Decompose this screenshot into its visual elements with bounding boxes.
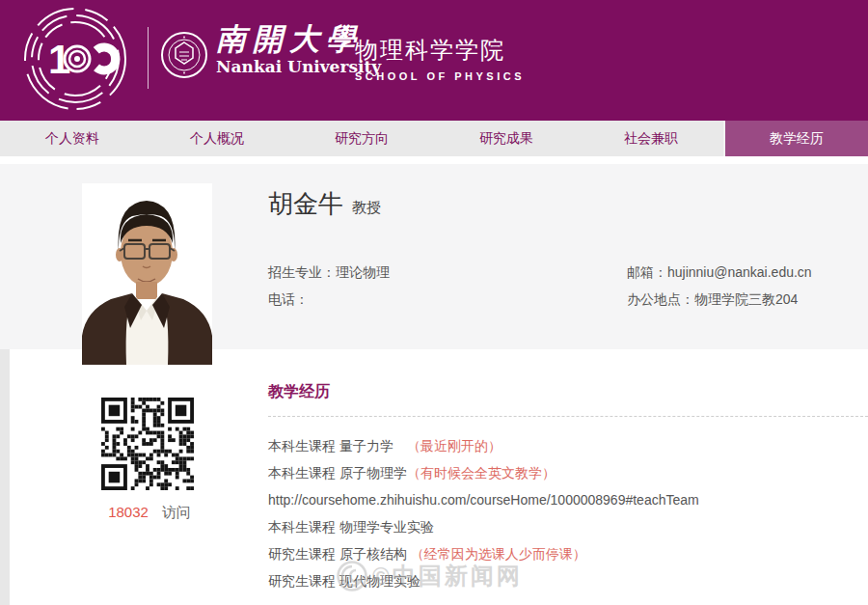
field-value: hujinniu@nankai.edu.cn xyxy=(667,264,812,280)
field-label: 电话： xyxy=(268,291,309,307)
course-list: 本科生课程 量子力学 （最近刚开的） 本科生课程 原子物理学（有时候会全英文教学… xyxy=(268,432,868,594)
course-text: http://coursehome.zhihuishu.com/courseHo… xyxy=(268,492,699,508)
page-header: 1 南開大學 Nankai University 物理科学学院 SCHOOL O… xyxy=(0,0,868,121)
field-admission-major: 招生专业：理论物理 xyxy=(268,259,390,286)
field-label: 邮箱： xyxy=(627,264,667,280)
course-item: 研究生课程 原子核结构 （经常因为选课人少而停课） xyxy=(268,540,868,567)
course-note: （有时候会全英文教学） xyxy=(407,465,556,481)
content-background: 18032访问 教学经历 本科生课程 量子力学 （最近刚开的） 本科生课程 原子… xyxy=(0,349,868,605)
profile-nav-tabs: 个人资料 个人概况 研究方向 研究成果 社会兼职 教学经历 xyxy=(0,121,868,156)
svg-text:1: 1 xyxy=(48,37,70,82)
school-name-english: SCHOOL OF PHYSICS xyxy=(355,70,525,82)
professor-name: 胡金牛 xyxy=(268,189,343,218)
course-text: 研究生课程 现代物理实验 xyxy=(268,573,420,589)
tab-research-results[interactable]: 研究成果 xyxy=(434,121,579,156)
profile-fields-right: 邮箱：hujinniu@nankai.edu.cn 办公地点：物理学院三教204 xyxy=(627,259,812,313)
visit-count-label: 访问 xyxy=(162,504,191,520)
field-office: 办公地点：物理学院三教204 xyxy=(627,286,812,313)
nankai-university-seal-icon xyxy=(160,31,208,83)
professor-title: 教授 xyxy=(352,199,381,215)
course-item: 本科生课程 物理学专业实验 xyxy=(268,513,868,540)
tab-personal-overview[interactable]: 个人概况 xyxy=(145,121,289,156)
professor-name-row: 胡金牛教授 xyxy=(268,187,381,221)
profile-summary-section: 胡金牛教授 招生专业：理论物理 电话： 邮箱：hujinniu@nankai.e… xyxy=(0,164,868,349)
visit-count-value: 18032 xyxy=(108,504,149,520)
field-value: 物理学院三教204 xyxy=(694,291,798,307)
header-divider xyxy=(148,27,149,89)
course-note: （最近刚开的） xyxy=(407,438,502,454)
course-item: 本科生课程 量子力学 （最近刚开的） xyxy=(268,432,868,459)
tab-social-positions[interactable]: 社会兼职 xyxy=(579,121,723,156)
visit-counter: 18032访问 xyxy=(68,504,231,522)
course-link-url[interactable]: http://coursehome.zhihuishu.com/courseHo… xyxy=(268,486,868,513)
teaching-experience-main: 教学经历 本科生课程 量子力学 （最近刚开的） 本科生课程 原子物理学（有时候会… xyxy=(268,382,868,594)
nankai-100-anniversary-icon: 1 xyxy=(14,4,137,119)
tab-teaching-experience[interactable]: 教学经历 xyxy=(723,121,868,156)
course-item: 本科生课程 原子物理学（有时候会全英文教学） xyxy=(268,459,868,486)
course-text: 本科生课程 物理学专业实验 xyxy=(268,519,434,535)
field-label: 招生专业： xyxy=(268,264,336,280)
course-text: 研究生课程 原子核结构 xyxy=(268,546,411,562)
field-email: 邮箱：hujinniu@nankai.edu.cn xyxy=(627,259,812,286)
school-name-block: 物理科学学院 SCHOOL OF PHYSICS xyxy=(355,35,525,82)
profile-fields-left: 招生专业：理论物理 电话： xyxy=(268,259,390,313)
course-item: 研究生课程 现代物理实验 xyxy=(268,567,868,594)
field-label: 办公地点： xyxy=(627,291,694,307)
section-title-teaching-experience: 教学经历 xyxy=(268,382,868,417)
qr-code xyxy=(101,398,194,490)
teaching-experience-card: 18032访问 教学经历 本科生课程 量子力学 （最近刚开的） 本科生课程 原子… xyxy=(10,349,868,605)
tab-research-direction[interactable]: 研究方向 xyxy=(289,121,434,156)
tab-personal-info[interactable]: 个人资料 xyxy=(0,121,145,156)
course-note: （经常因为选课人少而停课） xyxy=(411,546,586,562)
course-text: 本科生课程 量子力学 xyxy=(268,438,407,454)
field-value: 理论物理 xyxy=(336,264,390,280)
course-text: 本科生课程 原子物理学 xyxy=(268,465,407,481)
field-phone: 电话： xyxy=(268,286,390,313)
professor-portrait-photo xyxy=(82,183,212,365)
school-name-chinese: 物理科学学院 xyxy=(355,35,525,66)
university-name-chinese: 南開大學 xyxy=(216,19,363,60)
